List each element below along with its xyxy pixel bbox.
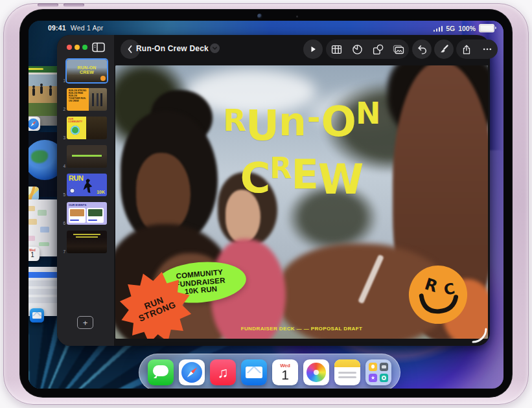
slide-thumbnail-2[interactable]: RUN-ON STRONG RUN-ON FREE RUN-ON TOGETHE… (67, 88, 107, 111)
slide-number: 5 (57, 192, 65, 197)
volume-down-button[interactable] (64, 3, 84, 6)
battery-icon (479, 24, 494, 32)
chat-bubble-icon (153, 365, 168, 376)
slide-canvas[interactable]: RUn-ON CREW COMMUNITY FUNDRAISER 10K RUN… (115, 65, 488, 339)
slide-thumbnail-6[interactable]: OUR EVENTS (67, 202, 107, 225)
maps-icon (29, 187, 39, 201)
chart-button[interactable] (347, 40, 367, 59)
window-zoom-button[interactable] (82, 45, 87, 50)
photos-app-icon[interactable] (303, 359, 329, 385)
slide-caption[interactable]: FUNDRAISER DECK — — PROPOSAL DRAFT (241, 326, 363, 332)
network-label: 5G (446, 25, 455, 32)
calendar-app-icon[interactable]: Wed 1 (272, 359, 298, 385)
signal-icon (434, 25, 443, 32)
runner-left-face (136, 153, 191, 234)
window-resize-handle[interactable] (471, 327, 488, 344)
slide-thumb-row: 7 (57, 231, 114, 255)
slide-thumb-row: 3OUR COMMUNITY (57, 117, 114, 141)
keynote-window: 1RUN-ON CREW2RUN-ON STRONG RUN-ON FREE R… (57, 35, 490, 346)
ipad-bezel: 09:41Wed 1 Apr 5G 100% (19, 9, 513, 398)
slide-number: 1 (57, 78, 65, 83)
toolbar: Run-On Crew Deck (114, 35, 490, 63)
slide-thumb-row: 1RUN-ON CREW (57, 60, 114, 84)
table-button[interactable] (327, 40, 346, 59)
imovie-mini-icon: ★ (369, 374, 377, 382)
slide-number: 6 (57, 221, 65, 225)
envelope-icon (246, 367, 262, 378)
slide-thumbnail-4[interactable] (67, 145, 107, 168)
undo-button[interactable] (412, 40, 432, 59)
slide-thumb-row: 6OUR EVENTS (57, 202, 114, 227)
dock: ♫ Wed 1 ★ (139, 354, 400, 389)
shapes-button[interactable] (368, 40, 387, 59)
volume-up-button[interactable] (38, 3, 58, 6)
music-note-icon: ♫ (217, 364, 228, 381)
share-button[interactable] (457, 40, 476, 59)
music-app-icon[interactable]: ♫ (210, 359, 236, 385)
slide-thumb-row: 5RUN10K (57, 174, 114, 198)
flower-icon (306, 363, 326, 382)
front-camera (257, 14, 262, 19)
safari-app-icon[interactable] (179, 359, 205, 385)
status-bar-right: 5G 100% (434, 24, 494, 32)
watch-mini-icon (380, 374, 388, 382)
document-title[interactable]: Run-On Crew Deck (136, 44, 209, 53)
play-button[interactable] (303, 40, 323, 59)
messages-app-icon[interactable] (148, 359, 174, 385)
compass-icon (181, 362, 202, 383)
more-button[interactable] (478, 40, 497, 59)
mail-icon (30, 308, 44, 323)
slide-number: 4 (57, 164, 65, 168)
window-close-button[interactable] (67, 45, 72, 50)
status-bar-left: 09:41Wed 1 Apr (48, 24, 104, 32)
rc-smiley-badge[interactable]: R C (408, 265, 468, 324)
camera-mini-icon (380, 363, 388, 371)
calendar-icon: Wed 1 (29, 247, 40, 261)
slide-title-line2[interactable]: CREW (115, 174, 488, 185)
slide-thumbnail-5[interactable]: RUN10K (67, 174, 107, 196)
slide-number: 2 (57, 107, 65, 111)
clock: 09:41 (48, 24, 66, 32)
slide-thumbnail-1[interactable]: RUN-ON CREW (67, 60, 107, 82)
apps-folder-icon[interactable]: ★ (365, 359, 391, 385)
slide-navigator-sidebar: 1RUN-ON CREW2RUN-ON STRONG RUN-ON FREE R… (57, 35, 114, 346)
slide-number: 7 (57, 249, 65, 254)
date: Wed 1 Apr (71, 24, 104, 32)
media-button[interactable] (389, 40, 408, 59)
slide-thumb-row: 2RUN-ON STRONG RUN-ON FREE RUN-ON TOGETH… (57, 88, 114, 113)
sidebar-toggle-icon[interactable] (92, 42, 105, 52)
calendar-date-label: 1 (272, 368, 298, 381)
add-slide-button[interactable]: + (77, 316, 93, 329)
ipad-screen: 09:41Wed 1 Apr 5G 100% (29, 21, 503, 389)
slide-thumb-row: 4 (57, 145, 114, 170)
slide-number: 3 (57, 135, 65, 140)
ipad-chassis: 09:41Wed 1 Apr 5G 100% (3, 3, 529, 405)
slide-thumbnail-7[interactable] (67, 231, 107, 253)
mail-app-icon[interactable] (241, 359, 267, 385)
document-title-chevron-icon[interactable] (210, 43, 220, 53)
tips-mini-icon (369, 363, 377, 371)
format-brush-button[interactable] (434, 40, 454, 59)
window-minimize-button[interactable] (75, 45, 80, 50)
slide-title-line1[interactable]: RUn-ON (115, 120, 488, 131)
slide-thumbnail-3[interactable]: OUR COMMUNITY (67, 117, 107, 139)
battery-percent: 100% (458, 25, 476, 32)
safari-icon (29, 117, 40, 131)
notes-app-icon[interactable] (334, 359, 360, 385)
mic-dot (296, 16, 298, 17)
